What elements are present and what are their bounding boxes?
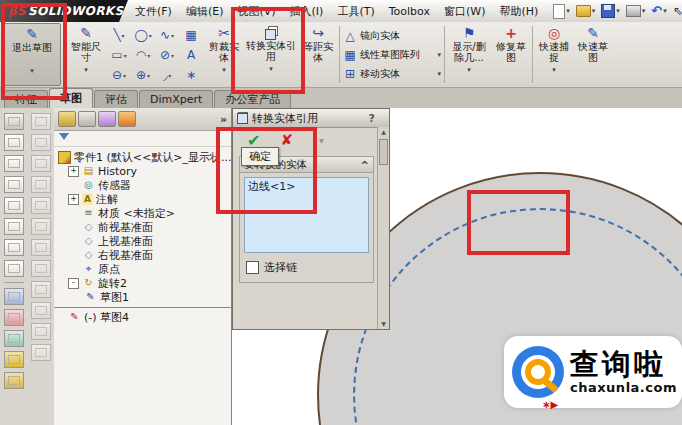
dropdown-arrow-icon[interactable]: ▾: [171, 52, 174, 59]
scroll-up-icon[interactable]: ▲: [378, 127, 389, 137]
expand-toggle[interactable]: +: [68, 166, 79, 177]
convert-entities-button[interactable]: 转换实体引用 ▾: [245, 23, 297, 86]
dropdown-arrow-icon[interactable]: ▾: [149, 32, 152, 39]
rectangle-tool[interactable]: ▭▾: [107, 45, 131, 65]
help-icon[interactable]: ?: [369, 112, 375, 125]
shaded-view-icon[interactable]: [4, 113, 24, 130]
tree-item-history[interactable]: + ▤ History: [54, 164, 231, 178]
dropdown-arrow-icon[interactable]: ▾: [566, 7, 570, 15]
construction-geometry-tool[interactable]: ∗: [179, 65, 203, 85]
tree-item-top-plane[interactable]: ◇ 上视基准面: [54, 234, 231, 248]
collapse-icon[interactable]: ^: [360, 159, 369, 171]
tree-item-origin[interactable]: ⌖ 原点: [54, 262, 231, 276]
dropdown-arrow-icon[interactable]: ▾: [642, 7, 646, 15]
spline-tool[interactable]: ∿▾: [155, 25, 179, 45]
tree-item-sensors[interactable]: ◎ 传感器: [54, 178, 231, 192]
chevron-double-icon[interactable]: »: [220, 113, 227, 126]
dropdown-arrow-icon[interactable]: ▾: [663, 7, 667, 15]
dropdown-arrow-icon[interactable]: ▾: [467, 65, 471, 76]
property-manager-tab-icon[interactable]: [78, 111, 96, 127]
tree-item-annotations[interactable]: + A 注解: [54, 192, 231, 206]
menu-file[interactable]: 文件(F): [128, 1, 179, 22]
part-tool-icon[interactable]: [4, 351, 24, 368]
feature-tree-tab-icon[interactable]: [58, 111, 76, 127]
tree-item-front-plane[interactable]: ◇ 前视基准面: [54, 220, 231, 234]
tree-item-sketch4[interactable]: ✎ (-) 草图4: [54, 310, 231, 324]
menu-insert[interactable]: 插入(I): [283, 1, 331, 22]
repair-sketch-button[interactable]: + 修复草图: [493, 23, 529, 86]
tab-sketch[interactable]: 草图: [49, 88, 93, 108]
front-view-icon[interactable]: [4, 134, 24, 151]
text-tool[interactable]: A: [179, 45, 203, 65]
open-file-button[interactable]: ▾: [574, 5, 598, 17]
dropdown-arrow-icon[interactable]: ▾: [592, 7, 596, 15]
menu-tools[interactable]: 工具(T): [330, 1, 381, 22]
dropdown-arrow-icon[interactable]: ▾: [616, 7, 620, 15]
slot-tool[interactable]: ⊖▾: [107, 65, 131, 85]
tab-features[interactable]: 特征: [4, 90, 48, 108]
sketch-tool-icon[interactable]: [4, 288, 24, 305]
dropdown-arrow-icon[interactable]: ▾: [124, 52, 127, 59]
dropdown-arrow-icon[interactable]: ▾: [168, 72, 171, 79]
dropdown-arrow-icon[interactable]: ▾: [84, 65, 88, 76]
expand-toggle[interactable]: +: [68, 194, 79, 205]
tree-root-part[interactable]: 零件1 (默认<<默认>_显示状...: [54, 150, 231, 164]
dropdown-arrow-icon[interactable]: ▾: [552, 65, 556, 76]
menu-view[interactable]: 视图(V): [230, 1, 282, 22]
tab-dimxpert[interactable]: DimXpert: [139, 90, 213, 108]
dropdown-arrow-icon[interactable]: ▾: [123, 72, 126, 79]
select-chain-checkbox[interactable]: [246, 261, 259, 274]
select-tool-button[interactable]: ⇖: [671, 5, 682, 17]
scrollbar-thumb[interactable]: [379, 139, 388, 165]
dropdown-arrow-icon[interactable]: ▾: [147, 72, 150, 79]
dropdown-arrow-icon[interactable]: ▾: [147, 52, 150, 59]
menu-edit[interactable]: 编辑(E): [179, 1, 231, 22]
menu-window[interactable]: 窗口(W): [437, 1, 492, 22]
display-manager-tab-icon[interactable]: [118, 111, 136, 127]
tree-item-sketch1[interactable]: ✎ 草图1: [54, 290, 231, 304]
left-view-icon[interactable]: [4, 176, 24, 193]
menu-help[interactable]: 帮助(H): [492, 1, 545, 22]
ellipse-tool[interactable]: ⊘▾: [155, 45, 179, 65]
bottom-view-icon[interactable]: [4, 239, 24, 256]
cancel-button[interactable]: ✘: [280, 131, 293, 149]
tree-item-revolve2[interactable]: - ↻ 旋转2: [54, 276, 231, 290]
dropdown-arrow-icon[interactable]: ▾: [122, 32, 125, 39]
dropdown-arrow-icon[interactable]: ▾: [269, 64, 273, 75]
menu-toolbox[interactable]: Toolbox: [382, 1, 437, 22]
fillet-tool[interactable]: ◞▾: [155, 65, 179, 85]
assembly-tool-icon[interactable]: [4, 372, 24, 389]
dropdown-arrow-icon[interactable]: ▾: [437, 51, 441, 59]
tab-evaluate[interactable]: 评估: [94, 90, 138, 108]
scroll-down-icon[interactable]: ▼: [378, 319, 389, 329]
dropdown-arrow-icon[interactable]: ▾: [30, 66, 34, 77]
top-view-icon[interactable]: [4, 218, 24, 235]
screen-capture-icon[interactable]: [4, 330, 24, 347]
point-tool[interactable]: ⊕▾: [131, 65, 155, 85]
back-view-icon[interactable]: [4, 155, 24, 172]
filter-icon[interactable]: [59, 133, 69, 145]
dropdown-arrow-icon[interactable]: ▾: [437, 70, 441, 78]
configuration-manager-tab-icon[interactable]: [98, 111, 116, 127]
undo-button[interactable]: ↶ ▾: [649, 5, 668, 17]
sketch-picture-tool[interactable]: ▦: [179, 25, 203, 45]
circle-tool[interactable]: ◯▾: [131, 25, 155, 45]
tab-office-products[interactable]: 办公室产品: [214, 90, 291, 108]
linear-pattern-button[interactable]: ▦ 线性草图阵列 ▾: [343, 46, 441, 63]
isometric-view-icon[interactable]: [4, 260, 24, 277]
print-button[interactable]: ▾: [624, 5, 648, 17]
mirror-entities-button[interactable]: △ 镜向实体: [343, 27, 441, 44]
selection-item[interactable]: 边线<1>: [245, 178, 368, 195]
line-tool[interactable]: ╲▾: [107, 25, 131, 45]
repair-tool-icon[interactable]: [4, 309, 24, 326]
offset-entities-button[interactable]: ↪ 等距实体: [300, 23, 336, 86]
display-delete-relations-button[interactable]: ⚑ 显示/删除几... ▾: [448, 23, 490, 86]
expand-toggle[interactable]: -: [68, 278, 79, 289]
trim-entities-button[interactable]: ✂ 剪裁实体 ▾: [206, 23, 242, 86]
selection-listbox[interactable]: 边线<1>: [244, 177, 369, 253]
exit-sketch-button[interactable]: ✎ 退出草图 ▾: [3, 23, 61, 86]
quick-snaps-button[interactable]: ◎ 快速捕捉 ▾: [536, 23, 572, 86]
save-button[interactable]: ▾: [599, 4, 622, 18]
tree-item-right-plane[interactable]: ◇ 右视基准面: [54, 248, 231, 262]
move-entities-button[interactable]: ⊞ 移动实体 ▾: [343, 65, 441, 82]
